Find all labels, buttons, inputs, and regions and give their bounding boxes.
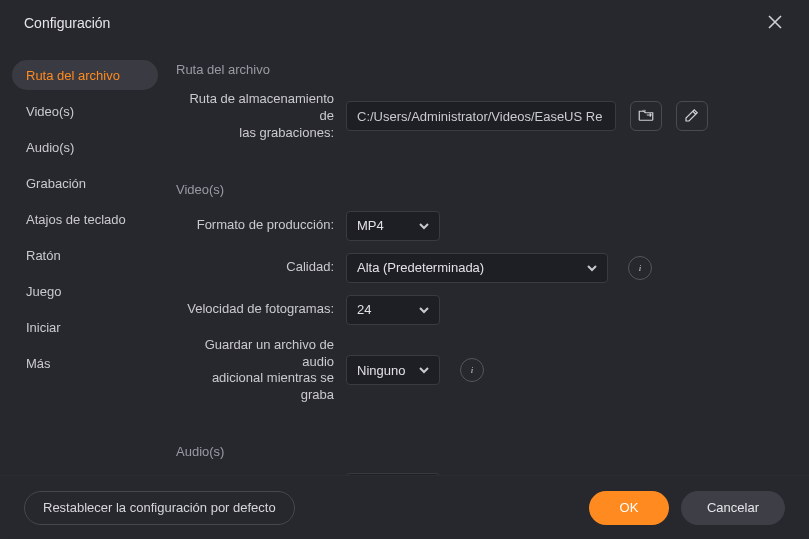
sidebar-item-shortcuts[interactable]: Atajos de teclado xyxy=(12,204,158,234)
section-heading-filepath: Ruta del archivo xyxy=(176,54,785,91)
row-extra-audio: Guardar un archivo de audio adicional mi… xyxy=(176,337,785,405)
label-video-format: Formato de producción: xyxy=(176,217,346,234)
label-video-quality: Calidad: xyxy=(176,259,346,276)
body: Ruta del archivo Video(s) Audio(s) Graba… xyxy=(0,46,809,475)
ok-button[interactable]: OK xyxy=(589,491,669,525)
label-video-fps: Velocidad de fotogramas: xyxy=(176,301,346,318)
sidebar-item-recording[interactable]: Grabación xyxy=(12,168,158,198)
sidebar-item-label: Ruta del archivo xyxy=(26,68,120,83)
sidebar-item-label: Video(s) xyxy=(26,104,74,119)
video-quality-select[interactable]: Alta (Predeterminada) xyxy=(346,253,608,283)
chevron-down-icon xyxy=(419,221,429,231)
sidebar-item-label: Ratón xyxy=(26,248,61,263)
sidebar-item-label: Grabación xyxy=(26,176,86,191)
row-audio-format: Formato de producción: MP3 xyxy=(176,473,785,475)
section-heading-video: Video(s) xyxy=(176,174,785,211)
sidebar: Ruta del archivo Video(s) Audio(s) Graba… xyxy=(0,54,168,475)
select-value: MP4 xyxy=(357,218,384,233)
extra-audio-info-button[interactable]: i xyxy=(460,358,484,382)
row-video-format: Formato de producción: MP4 xyxy=(176,211,785,241)
sidebar-item-mouse[interactable]: Ratón xyxy=(12,240,158,270)
info-icon: i xyxy=(639,263,642,273)
window-title: Configuración xyxy=(24,15,110,31)
edit-icon xyxy=(683,106,701,127)
sidebar-item-file-path[interactable]: Ruta del archivo xyxy=(12,60,158,90)
select-value: Alta (Predeterminada) xyxy=(357,260,484,275)
footer: Restablecer la configuración por defecto… xyxy=(0,475,809,539)
sidebar-item-startup[interactable]: Iniciar xyxy=(12,312,158,342)
sidebar-item-more[interactable]: Más xyxy=(12,348,158,378)
row-video-fps: Velocidad de fotogramas: 24 xyxy=(176,295,785,325)
extra-audio-select[interactable]: Ninguno xyxy=(346,355,440,385)
section-heading-audio: Audio(s) xyxy=(176,436,785,473)
content: Ruta del archivo Ruta de almacenamiento … xyxy=(168,54,809,475)
audio-format-select[interactable]: MP3 xyxy=(346,473,440,475)
label-extra-audio: Guardar un archivo de audio adicional mi… xyxy=(176,337,346,405)
close-button[interactable] xyxy=(761,9,789,37)
chevron-down-icon xyxy=(419,305,429,315)
storage-path-input[interactable] xyxy=(346,101,616,131)
video-format-select[interactable]: MP4 xyxy=(346,211,440,241)
browse-folder-button[interactable] xyxy=(630,101,662,131)
video-fps-select[interactable]: 24 xyxy=(346,295,440,325)
sidebar-item-label: Juego xyxy=(26,284,61,299)
sidebar-item-audio[interactable]: Audio(s) xyxy=(12,132,158,162)
titlebar: Configuración xyxy=(0,0,809,46)
sidebar-item-label: Iniciar xyxy=(26,320,61,335)
chevron-down-icon xyxy=(587,263,597,273)
sidebar-item-game[interactable]: Juego xyxy=(12,276,158,306)
sidebar-item-label: Más xyxy=(26,356,51,371)
select-value: Ninguno xyxy=(357,363,405,378)
reset-defaults-button[interactable]: Restablecer la configuración por defecto xyxy=(24,491,295,525)
label-storage-path: Ruta de almacenamiento de las grabacione… xyxy=(176,91,346,142)
edit-path-button[interactable] xyxy=(676,101,708,131)
select-value: 24 xyxy=(357,302,371,317)
content-scroll[interactable]: Ruta del archivo Ruta de almacenamiento … xyxy=(176,54,785,475)
sidebar-item-video[interactable]: Video(s) xyxy=(12,96,158,126)
folder-open-icon xyxy=(637,106,655,127)
sidebar-item-label: Atajos de teclado xyxy=(26,212,126,227)
quality-info-button[interactable]: i xyxy=(628,256,652,280)
close-icon xyxy=(768,15,782,32)
info-icon: i xyxy=(471,365,474,375)
settings-window: Configuración Ruta del archivo Video(s) … xyxy=(0,0,809,539)
cancel-button[interactable]: Cancelar xyxy=(681,491,785,525)
sidebar-item-label: Audio(s) xyxy=(26,140,74,155)
chevron-down-icon xyxy=(419,365,429,375)
row-video-quality: Calidad: Alta (Predeterminada) i xyxy=(176,253,785,283)
row-storage-path: Ruta de almacenamiento de las grabacione… xyxy=(176,91,785,142)
